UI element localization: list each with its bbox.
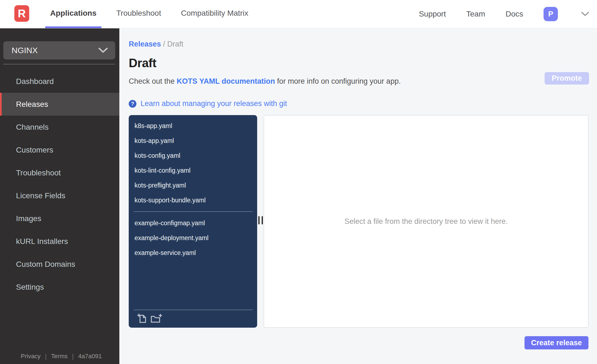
sidebar-item-custom-domains[interactable]: Custom Domains xyxy=(0,253,119,276)
file-tree-item[interactable]: example-configmap.yaml xyxy=(129,216,257,230)
add-file-button[interactable] xyxy=(137,313,146,323)
app-selector-value: NGINX xyxy=(12,46,38,55)
sidebar-item-images[interactable]: Images xyxy=(0,207,119,230)
file-tree-item[interactable]: example-service.yaml xyxy=(129,245,257,260)
git-releases-link[interactable]: Learn about managing your releases with … xyxy=(141,99,287,108)
file-tree-item[interactable]: k8s-app.yaml xyxy=(129,118,257,133)
sidebar-item-label: License Fields xyxy=(16,191,65,200)
nav-tab-applications[interactable]: Applications xyxy=(45,0,101,28)
nav-tab-label: Compatibility Matrix xyxy=(181,9,248,18)
terms-link[interactable]: Terms xyxy=(51,353,68,360)
sidebar: NGINX Dashboard Releases Channels Custom… xyxy=(0,28,119,364)
breadcrumb-current: Draft xyxy=(167,40,184,48)
privacy-link[interactable]: Privacy xyxy=(21,353,41,360)
file-tree-item[interactable]: kots-lint-config.yaml xyxy=(129,163,257,178)
app-window: R Applications Troubleshoot Compatibilit… xyxy=(0,0,597,364)
build-hash: 4a7a091 xyxy=(78,353,102,360)
resize-grip-bar xyxy=(258,216,260,224)
nav-tab-label: Troubleshoot xyxy=(116,9,161,18)
git-help-row: ? Learn about managing your releases wit… xyxy=(129,99,588,108)
support-link[interactable]: Support xyxy=(419,10,446,18)
file-tree-item[interactable]: kots-app.yaml xyxy=(129,133,257,148)
sidebar-nav: Dashboard Releases Channels Customers Tr… xyxy=(0,70,119,298)
release-editor-panels: k8s-app.yaml kots-app.yaml kots-config.y… xyxy=(129,115,588,328)
add-folder-button[interactable] xyxy=(151,314,162,323)
sidebar-item-label: Customers xyxy=(16,146,53,154)
logo-letter: R xyxy=(18,7,26,20)
sidebar-item-label: Settings xyxy=(16,283,44,292)
file-viewer-panel: Select a file from the directory tree to… xyxy=(264,115,588,328)
file-tree-panel: k8s-app.yaml kots-app.yaml kots-config.y… xyxy=(129,115,257,328)
panel-resize-handle[interactable] xyxy=(257,216,264,224)
file-tree-item[interactable]: kots-support-bundle.yaml xyxy=(129,193,257,208)
app-selector-dropdown[interactable]: NGINX xyxy=(3,41,115,59)
sidebar-item-customers[interactable]: Customers xyxy=(0,138,119,161)
sidebar-item-settings[interactable]: Settings xyxy=(0,276,119,298)
sidebar-item-label: Channels xyxy=(16,123,49,132)
sidebar-item-label: Dashboard xyxy=(16,77,54,86)
docs-link[interactable]: Docs xyxy=(505,10,523,18)
create-release-button[interactable]: Create release xyxy=(525,336,588,349)
sidebar-item-license-fields[interactable]: License Fields xyxy=(0,184,119,207)
top-nav-bar: R Applications Troubleshoot Compatibilit… xyxy=(0,0,597,28)
primary-nav: Applications Troubleshoot Compatibility … xyxy=(45,0,253,28)
promote-button[interactable]: Promote xyxy=(545,72,589,85)
sidebar-footer: Privacy | Terms | 4a7a091 xyxy=(0,352,119,364)
sidebar-item-dashboard[interactable]: Dashboard xyxy=(0,70,119,93)
chevron-down-icon xyxy=(581,12,589,17)
sidebar-item-label: Images xyxy=(16,214,41,223)
main-content: Releases / Draft Draft Check out the KOT… xyxy=(119,28,597,364)
breadcrumb-releases-link[interactable]: Releases xyxy=(129,40,161,48)
account-menu-button[interactable] xyxy=(562,12,589,17)
file-tree-footer xyxy=(129,306,257,328)
file-tree-actions xyxy=(129,310,257,328)
breadcrumb-separator: / xyxy=(161,40,167,48)
description-prefix: Check out the xyxy=(129,77,177,85)
sidebar-divider xyxy=(3,64,115,64)
team-link[interactable]: Team xyxy=(466,10,485,18)
page-title: Draft xyxy=(129,56,588,70)
viewer-placeholder-text: Select a file from the directory tree to… xyxy=(345,217,508,226)
new-folder-icon xyxy=(151,314,162,323)
resize-grip-bar xyxy=(262,216,263,224)
avatar[interactable]: P xyxy=(544,7,558,21)
file-tree-item[interactable]: kots-preflight.yaml xyxy=(129,178,257,193)
replicated-logo[interactable]: R xyxy=(14,5,29,22)
sidebar-item-kurl-installers[interactable]: kURL Installers xyxy=(0,230,119,253)
footer-separator: | xyxy=(72,352,74,360)
sidebar-item-troubleshoot[interactable]: Troubleshoot xyxy=(0,161,119,184)
chevron-down-icon xyxy=(98,48,108,53)
footer-separator: | xyxy=(45,352,47,360)
footer-actions: Create release xyxy=(129,336,588,349)
file-tree-item[interactable]: example-deployment.yaml xyxy=(129,230,257,245)
nav-tab-compatibility-matrix[interactable]: Compatibility Matrix xyxy=(176,0,253,28)
avatar-initial: P xyxy=(548,10,553,18)
breadcrumb: Releases / Draft xyxy=(129,40,588,48)
sidebar-item-label: Custom Domains xyxy=(16,260,75,269)
file-tree-divider xyxy=(134,211,253,212)
kots-yaml-docs-link[interactable]: KOTS YAML documentation xyxy=(177,77,275,85)
sidebar-item-label: Releases xyxy=(16,100,48,109)
file-tree-item[interactable]: kots-config.yaml xyxy=(129,148,257,163)
sidebar-item-channels[interactable]: Channels xyxy=(0,116,119,138)
sidebar-item-label: Troubleshoot xyxy=(16,169,61,177)
sidebar-item-releases[interactable]: Releases xyxy=(0,93,119,116)
help-question-icon: ? xyxy=(129,100,136,108)
nav-tab-troubleshoot[interactable]: Troubleshoot xyxy=(111,0,166,28)
nav-tab-label: Applications xyxy=(50,9,96,18)
new-file-icon xyxy=(137,313,146,323)
page-description: Check out the KOTS YAML documentation fo… xyxy=(129,77,588,86)
description-suffix: for more info on configuring your app. xyxy=(275,77,401,85)
sidebar-item-label: kURL Installers xyxy=(16,237,68,246)
top-right-nav: Support Team Docs P xyxy=(419,0,597,28)
